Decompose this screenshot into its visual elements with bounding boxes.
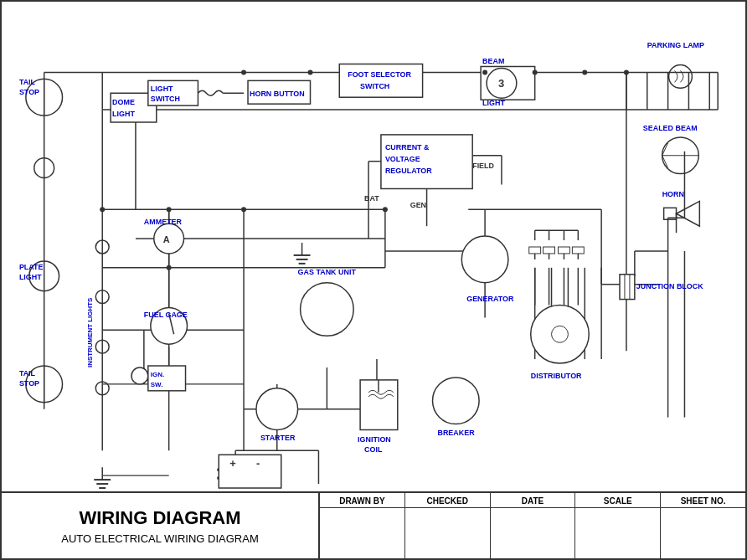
svg-text:AMMETER: AMMETER	[144, 218, 183, 226]
title-fields: DRAWN BY CHECKED DATE SCALE SHEET NO.	[320, 493, 745, 558]
svg-point-55	[241, 69, 246, 74]
svg-point-119	[531, 306, 590, 364]
svg-text:CURRENT &: CURRENT &	[385, 143, 430, 152]
svg-point-179	[383, 207, 388, 212]
svg-text:PARKING LAMP: PARKING LAMP	[647, 41, 704, 49]
svg-text:LIGHT: LIGHT	[19, 273, 42, 281]
svg-text:GAS TANK UNIT: GAS TANK UNIT	[298, 268, 357, 276]
checked-label: CHECKED	[405, 493, 490, 508]
svg-text:IGNITION: IGNITION	[358, 435, 391, 444]
svg-point-176	[167, 207, 172, 212]
wiring-diagram-subtitle: AUTO ELECTRICAL WIRING DIAGRAM	[61, 532, 258, 545]
svg-text:BAT: BAT	[364, 194, 379, 203]
svg-point-177	[167, 265, 172, 270]
svg-text:PLATE: PLATE	[19, 263, 44, 271]
main-container: TAIL STOP DOME LIGHT LIGHT SWITCH HORN B…	[0, 0, 747, 560]
svg-text:GEN: GEN	[410, 201, 426, 209]
svg-text:GENERATOR: GENERATOR	[466, 295, 514, 303]
svg-text:DISTRIBUTOR: DISTRIBUTOR	[531, 372, 582, 380]
svg-text:FOOT SELECTOR: FOOT SELECTOR	[348, 70, 411, 79]
svg-rect-57	[339, 64, 422, 97]
svg-text:SWITCH: SWITCH	[151, 95, 180, 103]
svg-text:HORN: HORN	[662, 190, 684, 198]
svg-point-180	[100, 207, 105, 212]
svg-text:LIGHT: LIGHT	[482, 99, 505, 107]
svg-text:FIELD: FIELD	[472, 162, 494, 170]
svg-text:INSTRUMENT LIGHTS: INSTRUMENT LIGHTS	[86, 298, 94, 367]
svg-point-67	[582, 69, 587, 74]
svg-text:SEALED BEAM: SEALED BEAM	[643, 124, 698, 132]
svg-rect-136	[572, 247, 584, 254]
drawn-by-field: DRAWN BY	[320, 493, 405, 558]
svg-text:STOP: STOP	[19, 88, 39, 96]
svg-text:TAIL: TAIL	[19, 78, 36, 86]
svg-text:LIGHT: LIGHT	[151, 85, 173, 93]
svg-rect-60	[481, 66, 535, 100]
date-value	[491, 508, 575, 558]
svg-rect-133	[558, 247, 569, 254]
sheet-no-field: SHEET NO.	[661, 493, 745, 558]
svg-text:IGN.: IGN.	[151, 371, 164, 378]
drawn-by-value	[320, 508, 404, 558]
title-block: WIRING DIAGRAM AUTO ELECTRICAL WIRING DI…	[2, 491, 745, 558]
diagram-area: TAIL STOP DOME LIGHT LIGHT SWITCH HORN B…	[2, 2, 745, 491]
svg-text:HORN BUTTON: HORN BUTTON	[250, 90, 305, 98]
svg-text:JUNCTION BLOCK: JUNCTION BLOCK	[636, 282, 703, 290]
scale-value	[575, 508, 660, 558]
svg-rect-130	[544, 247, 555, 254]
svg-text:STARTER: STARTER	[260, 434, 296, 442]
svg-text:BEAM: BEAM	[482, 57, 504, 65]
svg-point-96	[461, 236, 508, 283]
svg-text:STOP: STOP	[19, 379, 39, 388]
sheet-no-label: SHEET NO.	[661, 493, 745, 508]
svg-text:A: A	[163, 234, 170, 244]
drawn-by-label: DRAWN BY	[320, 493, 404, 508]
svg-rect-165	[219, 455, 281, 488]
date-label: DATE	[491, 493, 575, 508]
svg-text:DOME: DOME	[112, 98, 135, 106]
svg-text:LIGHT: LIGHT	[112, 110, 135, 118]
title-main: WIRING DIAGRAM AUTO ELECTRICAL WIRING DI…	[2, 493, 320, 558]
date-field: DATE	[491, 493, 576, 558]
svg-rect-139	[620, 275, 635, 300]
svg-point-66	[533, 69, 538, 74]
svg-point-153	[433, 378, 480, 424]
svg-text:COIL: COIL	[364, 445, 383, 454]
svg-rect-127	[529, 247, 541, 254]
svg-point-103	[131, 367, 148, 384]
checked-value	[405, 508, 490, 558]
svg-text:REGULATOR: REGULATOR	[385, 167, 432, 175]
svg-text:SW.: SW.	[151, 381, 163, 388]
svg-text:VOLTAGE: VOLTAGE	[385, 155, 420, 163]
svg-text:SWITCH: SWITCH	[360, 82, 389, 90]
svg-text:-: -	[256, 457, 260, 470]
checked-field: CHECKED	[405, 493, 491, 558]
wiring-diagram-title: WIRING DIAGRAM	[79, 507, 240, 529]
svg-text:+: +	[229, 457, 236, 470]
scale-label: SCALE	[575, 493, 660, 508]
svg-text:BREAKER: BREAKER	[437, 429, 475, 437]
svg-text:3: 3	[498, 77, 504, 90]
svg-text:FUEL GAGE: FUEL GAGE	[144, 311, 188, 319]
svg-point-155	[256, 388, 298, 430]
svg-point-101	[301, 283, 354, 337]
svg-point-56	[308, 69, 313, 74]
svg-point-178	[241, 207, 246, 212]
svg-text:TAIL: TAIL	[19, 369, 36, 378]
svg-point-65	[482, 69, 487, 74]
scale-field: SCALE	[575, 493, 661, 558]
sheet-no-value	[661, 508, 745, 558]
